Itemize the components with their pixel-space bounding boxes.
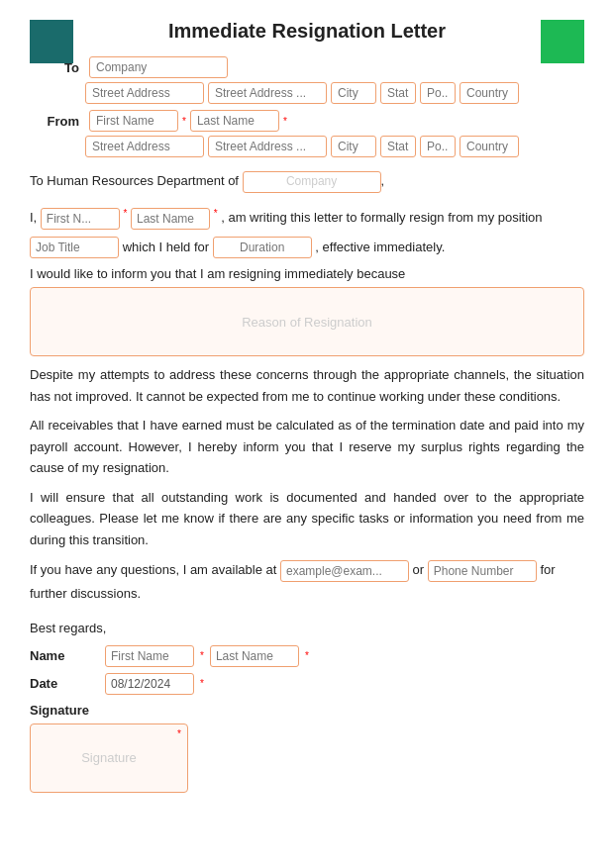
email-input[interactable] bbox=[280, 560, 409, 582]
corner-decoration-left bbox=[30, 20, 73, 63]
from-street1-input[interactable] bbox=[85, 136, 204, 157]
body-inform-line: I would like to inform you that I am res… bbox=[30, 266, 584, 281]
from-country-input[interactable] bbox=[460, 136, 519, 157]
reason-textarea[interactable]: Reason of Resignation bbox=[30, 287, 584, 356]
from-firstname-input[interactable] bbox=[89, 110, 178, 132]
phone-input[interactable] bbox=[428, 560, 537, 582]
from-street2-input[interactable] bbox=[208, 136, 327, 157]
body-paragraph2: All receivables that I have earned must … bbox=[30, 415, 584, 478]
body-firstname-input[interactable] bbox=[41, 208, 120, 230]
from-address-row bbox=[85, 136, 584, 157]
to-city-input[interactable] bbox=[331, 82, 376, 104]
salutation-line: To Human Resources Department of Company… bbox=[30, 171, 584, 193]
body-jobtitle-input[interactable] bbox=[30, 237, 119, 258]
to-company-row: To bbox=[30, 56, 584, 78]
from-section: From * * bbox=[30, 110, 584, 157]
body-effective-text: , effective immediately. bbox=[315, 240, 445, 254]
to-street2-input[interactable] bbox=[208, 82, 327, 104]
signature-placeholder: Signature bbox=[81, 750, 137, 765]
body-lastname-input[interactable] bbox=[131, 208, 210, 230]
salutation-text: To Human Resources Department of bbox=[30, 173, 239, 188]
to-state-input[interactable] bbox=[380, 82, 416, 104]
from-name-row: From * * bbox=[30, 110, 584, 132]
header: Immediate Resignation Letter bbox=[30, 20, 584, 43]
signature-label: Signature bbox=[30, 703, 584, 718]
corner-decoration-right bbox=[541, 20, 584, 63]
date-label: Date bbox=[30, 676, 99, 691]
from-state-input[interactable] bbox=[380, 136, 416, 157]
from-label: From bbox=[30, 114, 79, 129]
closing-lastname-input[interactable] bbox=[210, 645, 299, 667]
best-regards: Best regards, bbox=[30, 621, 584, 635]
salutation-company-input[interactable]: Company bbox=[243, 171, 381, 193]
reason-placeholder: Reason of Resignation bbox=[242, 315, 372, 330]
body-paragraph1: Despite my attempts to address these con… bbox=[30, 364, 584, 407]
from-firstname-req: * bbox=[182, 116, 186, 127]
body-inform-text: I would like to inform you that I am res… bbox=[30, 266, 405, 281]
body-held-for: which I held for bbox=[123, 240, 209, 254]
best-regards-text: Best regards, bbox=[30, 621, 106, 635]
to-company-input[interactable] bbox=[89, 56, 228, 78]
to-section: To bbox=[30, 56, 584, 104]
contact-line: If you have any questions, I am availabl… bbox=[30, 558, 584, 605]
from-po-input[interactable] bbox=[420, 136, 456, 157]
body-i-text: I, bbox=[30, 210, 37, 225]
name-label: Name bbox=[30, 648, 99, 663]
signature-section: Signature * Signature bbox=[30, 703, 584, 793]
body-paragraph3: I will ensure that all outstanding work … bbox=[30, 487, 584, 550]
from-city-input[interactable] bbox=[331, 136, 376, 157]
to-address-row bbox=[85, 82, 584, 104]
to-po-input[interactable] bbox=[420, 82, 456, 104]
from-lastname-input[interactable] bbox=[190, 110, 279, 132]
signature-box[interactable]: * Signature bbox=[30, 723, 188, 793]
closing-name-row: Name * * bbox=[30, 645, 584, 667]
body-writing-text: , am writing this letter to formally res… bbox=[221, 210, 542, 225]
or-text: or bbox=[413, 562, 425, 577]
body-duration-input[interactable] bbox=[213, 237, 312, 258]
closing-date-row: Date * bbox=[30, 673, 584, 695]
closing-firstname-input[interactable] bbox=[105, 645, 194, 667]
to-street1-input[interactable] bbox=[85, 82, 204, 104]
contact-prefix: If you have any questions, I am availabl… bbox=[30, 562, 276, 577]
body-intro: I, * * , am writing this letter to forma… bbox=[30, 205, 584, 230]
to-country-input[interactable] bbox=[460, 82, 519, 104]
body-jobtitle-line: which I held for , effective immediately… bbox=[30, 236, 584, 259]
date-input[interactable] bbox=[105, 673, 194, 695]
from-lastname-req: * bbox=[283, 116, 287, 127]
page-title: Immediate Resignation Letter bbox=[168, 20, 446, 43]
